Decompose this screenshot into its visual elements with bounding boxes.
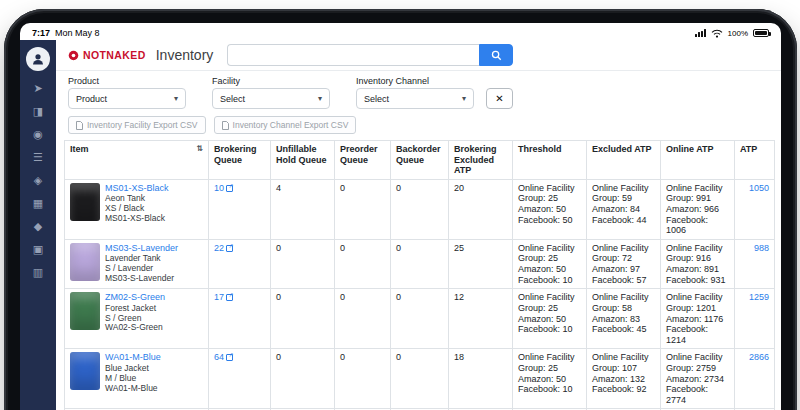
breakdown-facebook: Facebook: 10 [518,324,581,335]
breakdown-amazon: Amazon: 50 [518,204,581,215]
breakdown-facebook: Facebook: 44 [592,215,655,226]
main-panel: NOTNAKED Inventory [56,40,781,410]
brokering-queue-link[interactable]: 22 [214,243,233,253]
facility-select[interactable]: Select ▾ [212,88,330,109]
unfillable-hold-queue-cell: 0 [271,349,335,409]
search-button[interactable] [479,44,513,66]
close-icon: ✕ [495,93,503,104]
brokering-excluded-atp-cell: 25 [449,239,513,288]
breakdown-group: Online Facility Group: 107 [592,352,655,373]
item-code-link[interactable]: WA01-M-Blue [105,352,161,363]
screen: 7:17 Mon May 8 100% [20,23,781,410]
breakdown-group: Online Facility Group: 58 [592,292,655,313]
column-header-brokering-excluded-atp[interactable]: Brokering Excluded ATP [449,141,513,180]
facility-filter-label: Facility [212,76,330,86]
search-icon [491,50,502,61]
excluded-atp-cell: Online Facility Group: 59Amazon: 84Faceb… [587,179,661,239]
user-avatar[interactable] [26,47,50,71]
excluded-atp-cell: Online Facility Group: 107Amazon: 132Fac… [587,349,661,409]
column-header-atp[interactable]: ATP [735,141,775,180]
breakdown-group: Online Facility Group: 25 [518,183,581,204]
atp-link[interactable]: 1259 [749,292,769,302]
export-facility-label: Inventory Facility Export CSV [87,120,198,130]
brand-logo[interactable]: NOTNAKED [68,49,146,61]
breakdown-facebook: Facebook: 10 [518,384,581,395]
unfillable-hold-queue-cell: 0 [271,289,335,349]
product-filter-label: Product [68,76,186,86]
inventory-table: Item⇅Brokering QueueUnfillable Hold Queu… [64,140,775,410]
person-icon [31,52,45,66]
column-header-excluded-atp[interactable]: Excluded ATP [587,141,661,180]
column-header-threshold[interactable]: Threshold [513,141,587,180]
grid-icon[interactable]: ▦ [33,198,43,209]
backorder-queue-cell: 0 [391,179,449,239]
users-icon[interactable]: ◉ [33,129,43,140]
brand-name: NOTNAKED [83,49,146,61]
column-header-item[interactable]: Item⇅ [65,141,209,180]
atp-link[interactable]: 2866 [749,352,769,362]
product-thumbnail[interactable] [70,243,100,281]
breakdown-facebook: Facebook: 57 [592,275,655,286]
sort-icon[interactable]: ⇅ [196,144,203,153]
excluded-atp-cell: Online Facility Group: 58Amazon: 83Faceb… [587,289,661,349]
layers-icon[interactable]: ☰ [33,152,43,163]
chevron-down-icon: ▾ [318,94,322,103]
column-header-preorder-queue[interactable]: Preorder Queue [335,141,391,180]
threshold-cell: Online Facility Group: 25Amazon: 50Faceb… [513,289,587,349]
table-row: MS01-XS-BlackAeon TankXS / BlackMS01-XS-… [65,179,775,239]
threshold-cell: Online Facility Group: 25Amazon: 50Faceb… [513,179,587,239]
backorder-queue-cell: 0 [391,289,449,349]
breakdown-amazon: Amazon: 1176 [666,314,729,325]
column-header-online-atp[interactable]: Online ATP [661,141,735,180]
video-icon[interactable]: ▣ [33,244,43,255]
product-thumbnail[interactable] [70,292,100,330]
table-row: MS03-S-LavenderLavender TankS / Lavender… [65,239,775,288]
search-input[interactable] [227,44,479,66]
column-header-unfillable-hold-queue[interactable]: Unfillable Hold Queue [271,141,335,180]
column-header-backorder-queue[interactable]: Backorder Queue [391,141,449,180]
column-header-brokering-queue[interactable]: Brokering Queue [209,141,271,180]
item-cell: MS03-S-LavenderLavender TankS / Lavender… [65,239,209,288]
channel-filter-label: Inventory Channel [356,76,474,86]
box-icon[interactable]: ◈ [34,175,42,186]
external-link-icon [226,294,233,301]
external-link-icon [226,185,233,192]
atp-cell: 1259 [735,289,775,349]
brokering-queue-link[interactable]: 64 [214,352,233,362]
wifi-icon [711,29,723,38]
brokering-queue-link[interactable]: 17 [214,292,233,302]
breakdown-amazon: Amazon: 97 [592,264,655,275]
atp-link[interactable]: 988 [754,243,769,253]
brokering-queue-cell: 10 [209,179,271,239]
status-time: 7:17 [32,28,50,38]
inventory-channel-export-csv-button[interactable]: Inventory Channel Export CSV [214,116,357,134]
breakdown-group: Online Facility Group: 59 [592,183,655,204]
brokering-queue-cell: 22 [209,239,271,288]
brokering-queue-cell: 64 [209,349,271,409]
preorder-queue-cell: 0 [335,179,391,239]
external-link-icon [226,354,233,361]
cart-icon[interactable]: ◨ [33,106,43,117]
item-code-link[interactable]: MS01-XS-Black [105,183,169,194]
item-code-link[interactable]: ZM02-S-Green [105,292,165,303]
breakdown-amazon: Amazon: 891 [666,264,729,275]
excluded-atp-cell: Online Facility Group: 72Amazon: 97Faceb… [587,239,661,288]
breakdown-group: Online Facility Group: 916 [666,243,729,264]
product-thumbnail[interactable] [70,183,100,221]
inventory-facility-export-csv-button[interactable]: Inventory Facility Export CSV [68,116,206,134]
send-icon[interactable]: ➤ [33,83,42,94]
brokering-queue-link[interactable]: 10 [214,183,233,193]
atp-cell: 988 [735,239,775,288]
inventory-table-wrap: Item⇅Brokering QueueUnfillable Hold Queu… [56,140,781,410]
shield-icon[interactable]: ◆ [34,221,42,232]
product-thumbnail[interactable] [70,352,100,390]
breakdown-amazon: Amazon: 50 [518,374,581,385]
item-code-link[interactable]: MS03-S-Lavender [105,243,178,254]
channel-select[interactable]: Select ▾ [356,88,474,109]
chart-icon[interactable]: ▥ [33,267,43,278]
search-bar [227,44,513,66]
status-date: Mon May 8 [55,28,100,38]
atp-link[interactable]: 1050 [749,183,769,193]
clear-filters-button[interactable]: ✕ [486,88,513,109]
product-select[interactable]: Product ▾ [68,88,186,109]
